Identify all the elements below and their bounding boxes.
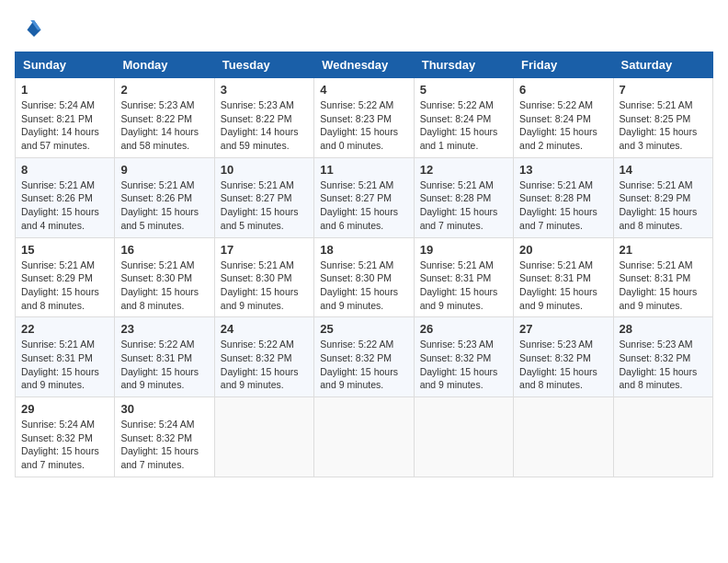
- day-info: Sunrise: 5:23 AM Sunset: 8:32 PM Dayligh…: [420, 338, 507, 392]
- sunset-label: Sunset: 8:24 PM: [519, 113, 591, 124]
- day-info: Sunrise: 5:23 AM Sunset: 8:32 PM Dayligh…: [519, 338, 607, 392]
- daylight-label: Daylight: 15 hours and 9 minutes.: [320, 286, 398, 311]
- sunrise-label: Sunrise: 5:23 AM: [420, 339, 494, 350]
- calendar-cell: 12 Sunrise: 5:21 AM Sunset: 8:28 PM Dayl…: [414, 157, 513, 237]
- day-info: Sunrise: 5:21 AM Sunset: 8:26 PM Dayligh…: [21, 178, 108, 233]
- logo-icon: [15, 15, 42, 42]
- daylight-label: Daylight: 15 hours and 2 minutes.: [519, 126, 597, 151]
- day-info: Sunrise: 5:22 AM Sunset: 8:32 PM Dayligh…: [320, 338, 407, 392]
- day-number: 3: [221, 83, 308, 97]
- daylight-label: Daylight: 15 hours and 6 minutes.: [320, 206, 398, 231]
- sunrise-label: Sunrise: 5:21 AM: [120, 179, 194, 190]
- day-of-week-header: Monday: [115, 52, 214, 78]
- sunrise-label: Sunrise: 5:22 AM: [120, 339, 194, 350]
- calendar-cell: 10 Sunrise: 5:21 AM Sunset: 8:27 PM Dayl…: [214, 157, 313, 237]
- day-of-week-header: Tuesday: [214, 52, 313, 78]
- daylight-label: Daylight: 15 hours and 7 minutes.: [519, 206, 597, 231]
- calendar-cell: 11 Sunrise: 5:21 AM Sunset: 8:27 PM Dayl…: [314, 157, 414, 237]
- calendar-table: SundayMondayTuesdayWednesdayThursdayFrid…: [15, 52, 713, 477]
- calendar-week-row: 22 Sunrise: 5:21 AM Sunset: 8:31 PM Dayl…: [16, 317, 713, 397]
- day-of-week-header: Saturday: [613, 52, 712, 78]
- sunset-label: Sunset: 8:32 PM: [221, 352, 292, 363]
- daylight-label: Daylight: 15 hours and 7 minutes.: [21, 445, 99, 470]
- day-info: Sunrise: 5:21 AM Sunset: 8:29 PM Dayligh…: [620, 178, 707, 233]
- day-number: 18: [320, 243, 407, 257]
- sunrise-label: Sunrise: 5:21 AM: [420, 259, 494, 270]
- sunrise-label: Sunrise: 5:21 AM: [620, 179, 693, 190]
- day-info: Sunrise: 5:24 AM Sunset: 8:32 PM Dayligh…: [120, 418, 208, 472]
- sunrise-label: Sunrise: 5:21 AM: [519, 259, 593, 270]
- day-number: 20: [519, 243, 607, 257]
- daylight-label: Daylight: 15 hours and 9 minutes.: [120, 366, 199, 391]
- calendar-week-row: 29 Sunrise: 5:24 AM Sunset: 8:32 PM Dayl…: [16, 397, 713, 477]
- day-info: Sunrise: 5:22 AM Sunset: 8:24 PM Dayligh…: [420, 98, 507, 153]
- sunset-label: Sunset: 8:32 PM: [21, 432, 93, 443]
- day-number: 1: [21, 83, 108, 97]
- daylight-label: Daylight: 15 hours and 9 minutes.: [221, 366, 299, 391]
- sunrise-label: Sunrise: 5:21 AM: [21, 179, 95, 190]
- calendar-cell: 26 Sunrise: 5:23 AM Sunset: 8:32 PM Dayl…: [414, 317, 513, 397]
- daylight-label: Daylight: 15 hours and 8 minutes.: [120, 286, 199, 311]
- daylight-label: Daylight: 15 hours and 4 minutes.: [21, 206, 99, 231]
- daylight-label: Daylight: 15 hours and 9 minutes.: [320, 366, 398, 391]
- sunset-label: Sunset: 8:23 PM: [320, 113, 392, 124]
- sunrise-label: Sunrise: 5:21 AM: [21, 259, 95, 270]
- sunset-label: Sunset: 8:27 PM: [221, 192, 292, 203]
- calendar-cell: 16 Sunrise: 5:21 AM Sunset: 8:30 PM Dayl…: [115, 237, 214, 317]
- calendar-cell: 18 Sunrise: 5:21 AM Sunset: 8:30 PM Dayl…: [314, 237, 414, 317]
- calendar-cell: 2 Sunrise: 5:23 AM Sunset: 8:22 PM Dayli…: [115, 78, 214, 158]
- day-number: 15: [21, 243, 108, 257]
- sunset-label: Sunset: 8:30 PM: [221, 272, 292, 283]
- calendar-cell: 19 Sunrise: 5:21 AM Sunset: 8:31 PM Dayl…: [414, 237, 513, 317]
- calendar-cell: 7 Sunrise: 5:21 AM Sunset: 8:25 PM Dayli…: [613, 78, 712, 158]
- calendar-cell: [514, 397, 613, 477]
- daylight-label: Daylight: 15 hours and 3 minutes.: [620, 126, 698, 151]
- daylight-label: Daylight: 15 hours and 9 minutes.: [221, 286, 299, 311]
- day-number: 9: [120, 163, 208, 177]
- sunrise-label: Sunrise: 5:21 AM: [620, 259, 693, 270]
- day-number: 27: [519, 322, 607, 336]
- calendar-cell: 22 Sunrise: 5:21 AM Sunset: 8:31 PM Dayl…: [16, 317, 115, 397]
- calendar-cell: 24 Sunrise: 5:22 AM Sunset: 8:32 PM Dayl…: [214, 317, 313, 397]
- day-number: 26: [420, 322, 507, 336]
- day-info: Sunrise: 5:21 AM Sunset: 8:31 PM Dayligh…: [420, 259, 507, 313]
- day-number: 12: [420, 163, 507, 177]
- day-number: 22: [21, 322, 108, 336]
- sunrise-label: Sunrise: 5:21 AM: [420, 179, 494, 190]
- sunrise-label: Sunrise: 5:21 AM: [320, 179, 393, 190]
- sunrise-label: Sunrise: 5:21 AM: [320, 259, 393, 270]
- calendar-header-row: SundayMondayTuesdayWednesdayThursdayFrid…: [16, 52, 713, 78]
- sunset-label: Sunset: 8:31 PM: [420, 272, 492, 283]
- day-info: Sunrise: 5:21 AM Sunset: 8:30 PM Dayligh…: [221, 259, 308, 313]
- sunrise-label: Sunrise: 5:23 AM: [620, 339, 693, 350]
- day-of-week-header: Friday: [514, 52, 613, 78]
- daylight-label: Daylight: 15 hours and 8 minutes.: [21, 286, 99, 311]
- day-number: 19: [420, 243, 507, 257]
- daylight-label: Daylight: 15 hours and 7 minutes.: [420, 206, 498, 231]
- sunrise-label: Sunrise: 5:21 AM: [519, 179, 593, 190]
- daylight-label: Daylight: 15 hours and 9 minutes.: [420, 366, 498, 391]
- daylight-label: Daylight: 15 hours and 9 minutes.: [620, 286, 698, 311]
- sunset-label: Sunset: 8:27 PM: [320, 192, 392, 203]
- day-number: 13: [519, 163, 607, 177]
- day-number: 16: [120, 243, 208, 257]
- sunrise-label: Sunrise: 5:24 AM: [21, 99, 95, 110]
- daylight-label: Daylight: 15 hours and 8 minutes.: [519, 366, 597, 391]
- daylight-label: Daylight: 15 hours and 9 minutes.: [420, 286, 498, 311]
- daylight-label: Daylight: 15 hours and 8 minutes.: [620, 206, 698, 231]
- calendar-cell: 28 Sunrise: 5:23 AM Sunset: 8:32 PM Dayl…: [613, 317, 712, 397]
- calendar-week-row: 8 Sunrise: 5:21 AM Sunset: 8:26 PM Dayli…: [16, 157, 713, 237]
- sunset-label: Sunset: 8:28 PM: [519, 192, 591, 203]
- calendar-cell: 21 Sunrise: 5:21 AM Sunset: 8:31 PM Dayl…: [613, 237, 712, 317]
- calendar-cell: [214, 397, 313, 477]
- calendar-cell: 27 Sunrise: 5:23 AM Sunset: 8:32 PM Dayl…: [514, 317, 613, 397]
- day-of-week-header: Wednesday: [314, 52, 414, 78]
- sunrise-label: Sunrise: 5:23 AM: [221, 99, 294, 110]
- day-info: Sunrise: 5:21 AM Sunset: 8:30 PM Dayligh…: [120, 259, 208, 313]
- day-number: 8: [21, 163, 108, 177]
- daylight-label: Daylight: 15 hours and 9 minutes.: [21, 366, 99, 391]
- sunrise-label: Sunrise: 5:22 AM: [519, 99, 593, 110]
- calendar-cell: 20 Sunrise: 5:21 AM Sunset: 8:31 PM Dayl…: [514, 237, 613, 317]
- day-number: 14: [620, 163, 707, 177]
- sunrise-label: Sunrise: 5:21 AM: [21, 339, 95, 350]
